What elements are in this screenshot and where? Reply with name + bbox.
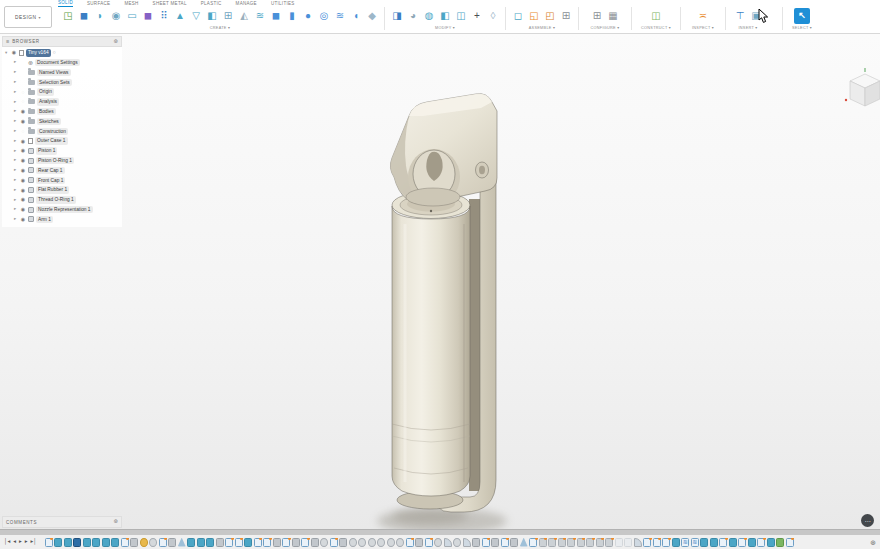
tab-solid[interactable]: SOLID bbox=[58, 0, 73, 7]
browser-item-analysis[interactable]: ▸◌Analysis bbox=[2, 97, 122, 107]
viewport-3d[interactable]: ▾▾▾▾▾ bbox=[0, 34, 880, 529]
timeline-feature-sketch-icon[interactable] bbox=[330, 538, 338, 547]
timeline-feature-sketch-icon[interactable] bbox=[235, 538, 243, 547]
timeline-feature-extrude-icon[interactable] bbox=[64, 538, 72, 547]
timeline-feature-hole-feature-icon[interactable] bbox=[396, 538, 404, 547]
hole-icon[interactable]: ◉ bbox=[108, 8, 124, 24]
timeline-feature-extrude-selected-icon[interactable] bbox=[73, 538, 81, 547]
timeline-feature-suppressed-feature-icon[interactable] bbox=[624, 538, 632, 547]
timeline-feature-sketch-icon[interactable] bbox=[282, 538, 290, 547]
pipe-icon[interactable]: ◖ bbox=[348, 8, 364, 24]
chevron-right-icon[interactable]: ▸ bbox=[14, 207, 18, 212]
timeline-feature-revolve-feature-icon[interactable] bbox=[444, 538, 452, 547]
eye-icon[interactable]: ◌ bbox=[20, 99, 26, 104]
timeline-feature-modify-feature-icon[interactable] bbox=[292, 538, 300, 547]
timeline-feature-extrude-icon[interactable] bbox=[92, 538, 100, 547]
timeline-feature-coil-feature-icon[interactable]: ≋ bbox=[691, 538, 699, 547]
tab-surface[interactable]: SURFACE bbox=[87, 1, 110, 6]
timeline-feature-sketch-icon[interactable] bbox=[529, 538, 537, 547]
timeline-feature-joint-icon[interactable] bbox=[577, 538, 585, 547]
timeline-feature-modify-feature-icon[interactable] bbox=[311, 538, 319, 547]
browser-item-selection-sets[interactable]: ▸Selection Sets bbox=[2, 77, 122, 87]
timeline-feature-joint-icon[interactable] bbox=[586, 538, 594, 547]
timeline-feature-extrude-icon[interactable] bbox=[102, 538, 110, 547]
browser-item-label[interactable]: Piston 1 bbox=[36, 147, 57, 155]
browser-item-construction[interactable]: ▸◌Construction bbox=[2, 126, 122, 136]
eye-icon[interactable]: ◉ bbox=[20, 158, 26, 163]
toolbar-group-label-construct[interactable]: CONSTRUCT ▾ bbox=[641, 25, 671, 30]
press-pull-icon[interactable]: ◨ bbox=[389, 8, 405, 24]
toolbar-group-label-configure[interactable]: CONFIGURE ▾ bbox=[590, 25, 619, 30]
timeline-feature-extrude-icon[interactable] bbox=[83, 538, 91, 547]
chevron-right-icon[interactable]: ▸ bbox=[14, 198, 18, 203]
browser-item-label[interactable]: Origin bbox=[37, 88, 54, 96]
cylinder-icon[interactable]: ▮ bbox=[284, 8, 300, 24]
timeline-feature-sketch-icon[interactable] bbox=[643, 538, 651, 547]
model-piston-toy[interactable] bbox=[330, 84, 590, 549]
eye-icon[interactable]: ◉ bbox=[20, 178, 26, 183]
timeline-feature-extrude-icon[interactable] bbox=[748, 538, 756, 547]
browser-item-label[interactable]: Thread O-Ring 1 bbox=[36, 196, 76, 204]
new-component-icon[interactable]: ◻ bbox=[510, 8, 526, 24]
timeline-feature-revolve-feature-icon[interactable] bbox=[463, 538, 471, 547]
timeline-feature-extrude-icon[interactable] bbox=[767, 538, 775, 547]
timeline-feature-sketch-icon[interactable] bbox=[653, 538, 661, 547]
view-cube[interactable] bbox=[840, 66, 880, 116]
comments-options-icon[interactable]: ⊛ bbox=[113, 519, 118, 525]
play-button[interactable]: ▸ bbox=[19, 539, 22, 545]
browser-item-thread-o-ring-1[interactable]: ▸◉Thread O-Ring 1 bbox=[2, 195, 122, 205]
timeline-feature-hole-feature-icon[interactable] bbox=[453, 538, 461, 547]
browser-item-named-views[interactable]: ▸Named Views bbox=[2, 68, 122, 78]
browser-item-label[interactable]: Arm 1 bbox=[36, 216, 53, 224]
timeline-feature-extrude-icon[interactable] bbox=[700, 538, 708, 547]
fillet-icon[interactable]: ◕ bbox=[405, 8, 421, 24]
chevron-right-icon[interactable]: ▸ bbox=[14, 129, 18, 134]
timeline-feature-hole-feature-icon[interactable] bbox=[434, 538, 442, 547]
timeline-feature-hole-feature-icon[interactable] bbox=[377, 538, 385, 547]
chevron-right-icon[interactable]: ▸ bbox=[14, 188, 18, 193]
browser-item-label[interactable]: Selection Sets bbox=[37, 79, 72, 87]
configuration-table-icon[interactable]: ⊞ bbox=[589, 8, 605, 24]
timeline-feature-sketch-icon[interactable] bbox=[662, 538, 670, 547]
timeline-feature-extrude-icon[interactable] bbox=[672, 538, 680, 547]
timeline-feature-revolve-feature-icon[interactable] bbox=[634, 538, 642, 547]
browser-item-label[interactable]: Front Cap 1 bbox=[36, 177, 65, 185]
go-to-start-button[interactable]: │◂ bbox=[4, 539, 10, 545]
timeline-feature-sketch-icon[interactable] bbox=[406, 538, 414, 547]
step-back-button[interactable]: ◂ bbox=[13, 539, 16, 545]
timeline-feature-extrude-icon[interactable] bbox=[54, 538, 62, 547]
browser-item-label[interactable]: Nozzle Representation 1 bbox=[36, 206, 93, 214]
browser-item-bodies[interactable]: ▸◉Bodies bbox=[2, 107, 122, 117]
timeline-feature-modify-feature-icon[interactable] bbox=[491, 538, 499, 547]
delete-icon[interactable]: ◊ bbox=[485, 8, 501, 24]
timeline-feature-joint-icon[interactable] bbox=[558, 538, 566, 547]
revolve-icon[interactable]: ◗ bbox=[92, 8, 108, 24]
toolbar-group-label-assemble[interactable]: ASSEMBLE ▾ bbox=[529, 25, 555, 30]
timeline-feature-extrude-icon[interactable] bbox=[244, 538, 252, 547]
eye-icon[interactable]: ◉ bbox=[11, 50, 17, 55]
chevron-right-icon[interactable]: ▸ bbox=[14, 90, 18, 95]
toolbar-group-label-insert[interactable]: INSERT ▾ bbox=[738, 25, 757, 30]
toolbar-group-label-modify[interactable]: MODIFY ▾ bbox=[435, 25, 455, 30]
thread-icon[interactable]: ≋ bbox=[252, 8, 268, 24]
timeline-feature-extrude-icon[interactable] bbox=[206, 538, 214, 547]
timeline-feature-modify-feature-icon[interactable] bbox=[510, 538, 518, 547]
eye-icon[interactable]: ◉ bbox=[20, 188, 26, 193]
coil-icon[interactable]: ≋ bbox=[332, 8, 348, 24]
timeline-feature-sphere-feature-icon[interactable] bbox=[140, 538, 148, 547]
browser-item-label[interactable]: Document Settings bbox=[35, 59, 80, 67]
browser-item-label[interactable]: Rear Cap 1 bbox=[36, 167, 65, 175]
timeline-feature-joint-icon[interactable] bbox=[596, 538, 604, 547]
browser-item-label[interactable]: Construction bbox=[37, 128, 68, 136]
timeline-feature-sketch-icon[interactable] bbox=[738, 538, 746, 547]
chevron-right-icon[interactable]: ▸ bbox=[14, 158, 18, 163]
timeline-feature-joint-icon[interactable] bbox=[539, 538, 547, 547]
comment-bubble-icon[interactable]: ⋯ bbox=[861, 514, 874, 527]
eye-icon[interactable]: ◌ bbox=[20, 129, 26, 134]
chevron-right-icon[interactable]: ▸ bbox=[14, 149, 18, 154]
browser-item-label[interactable]: Piston O-Ring 1 bbox=[36, 157, 74, 165]
design-menu-button[interactable]: DESIGN ▾ bbox=[4, 6, 52, 28]
browser-item-rear-cap-1[interactable]: ▸◉Rear Cap 1 bbox=[2, 166, 122, 176]
timeline-feature-modify-feature-icon[interactable] bbox=[472, 538, 480, 547]
timeline-feature-extrude-icon[interactable] bbox=[710, 538, 718, 547]
